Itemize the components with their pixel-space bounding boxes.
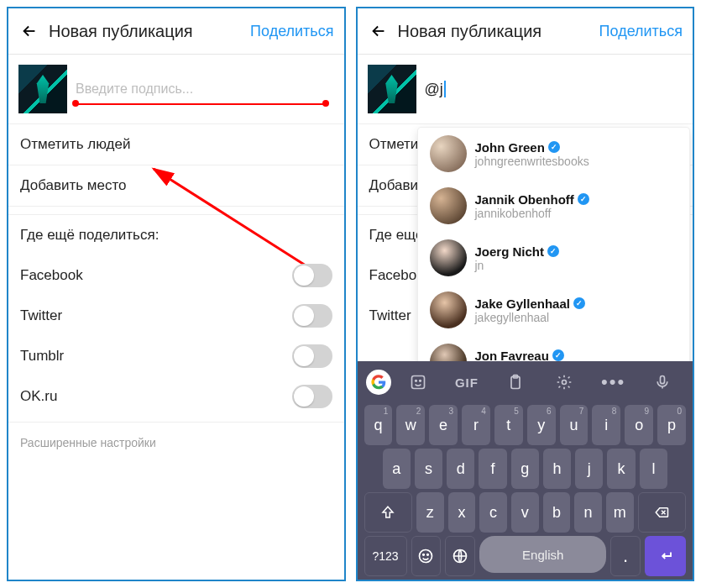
add-place-row[interactable]: Добавить место — [8, 165, 344, 207]
svg-point-3 — [419, 381, 421, 382]
shift-key[interactable] — [364, 492, 412, 533]
back-button[interactable] — [368, 20, 390, 42]
enter-key[interactable] — [645, 536, 686, 576]
annotation-dot-left — [72, 100, 79, 107]
mention-handle: johngreenwritesbooks — [475, 155, 589, 168]
keyboard-row-bottom: ?123 English . — [361, 536, 690, 576]
backspace-key[interactable] — [638, 492, 686, 533]
toggle-okru[interactable] — [292, 385, 332, 408]
svg-point-8 — [420, 550, 432, 563]
key-e[interactable]: e3 — [429, 405, 458, 445]
clipboard-icon[interactable] — [494, 374, 537, 391]
toggle-twitter[interactable] — [292, 304, 332, 328]
verified-icon: ✓ — [552, 349, 564, 361]
mention-item[interactable]: Joerg Nicht✓ jn — [418, 232, 690, 284]
avatar — [430, 135, 467, 172]
toggle-facebook[interactable] — [292, 264, 332, 287]
back-button[interactable] — [18, 20, 40, 42]
keyboard: GIF ••• q1w2e3r4t5y6u7i8o9p0 asdfghjkl z… — [358, 361, 693, 580]
google-icon[interactable] — [366, 370, 391, 395]
caption-row: @j — [358, 55, 693, 124]
mention-name: John Green — [475, 140, 545, 155]
avatar — [430, 187, 467, 224]
page-title: Новая публикация — [49, 22, 242, 41]
key-d[interactable]: d — [447, 449, 474, 489]
key-z[interactable]: z — [416, 492, 444, 533]
post-thumbnail[interactable] — [18, 65, 67, 113]
share-section-label: Где ещё поделиться: — [8, 215, 344, 255]
mention-handle: jannikobenhoff — [475, 207, 589, 220]
mode-key[interactable]: ?123 — [364, 536, 407, 576]
key-k[interactable]: k — [607, 449, 635, 489]
share-button[interactable]: Поделиться — [599, 23, 683, 40]
mention-item[interactable]: Jannik Obenhoff✓ jannikobenhoff — [418, 180, 690, 232]
space-key[interactable]: English — [479, 536, 606, 573]
verified-icon: ✓ — [548, 141, 560, 153]
settings-icon[interactable] — [542, 374, 586, 391]
share-facebook: Facebook — [8, 255, 344, 296]
svg-point-10 — [427, 554, 429, 556]
key-l[interactable]: l — [640, 449, 667, 489]
mention-item[interactable]: John Green✓ johngreenwritesbooks — [418, 128, 690, 180]
phone-left: Новая публикация Поделиться Отметить люд… — [7, 7, 346, 581]
emoji-key[interactable] — [411, 536, 442, 576]
mention-name: Jake Gyllenhaal — [475, 297, 570, 311]
key-t[interactable]: t5 — [494, 405, 523, 445]
more-icon[interactable]: ••• — [592, 371, 636, 393]
key-y[interactable]: y6 — [527, 405, 556, 445]
key-u[interactable]: u7 — [560, 405, 589, 445]
network-label: Tumblr — [20, 348, 64, 365]
post-thumbnail[interactable] — [368, 65, 416, 113]
keyboard-row-3: zxcvbnm — [361, 492, 690, 533]
mic-icon[interactable] — [641, 374, 684, 391]
verified-icon: ✓ — [573, 297, 585, 309]
sticker-icon[interactable] — [396, 374, 440, 391]
advanced-settings-row[interactable]: Расширенные настройки — [8, 422, 344, 463]
share-button[interactable]: Поделиться — [250, 23, 333, 40]
svg-rect-7 — [660, 376, 664, 384]
key-a[interactable]: a — [383, 449, 411, 489]
key-o[interactable]: o9 — [625, 405, 653, 445]
tag-people-row[interactable]: Отметить людей — [8, 124, 344, 165]
mention-item[interactable]: Jake Gyllenhaal✓ jakegyllenhaal — [418, 284, 690, 336]
svg-point-2 — [415, 381, 416, 382]
mention-suggestions: John Green✓ johngreenwritesbooks Jannik … — [418, 128, 690, 388]
verified-icon: ✓ — [578, 193, 589, 205]
key-i[interactable]: i8 — [592, 405, 620, 445]
period-key[interactable]: . — [610, 536, 641, 576]
share-tumblr: Tumblr — [8, 336, 344, 376]
key-g[interactable]: g — [511, 449, 539, 489]
key-r[interactable]: r4 — [462, 405, 490, 445]
key-h[interactable]: h — [543, 449, 571, 489]
annotation-underline — [76, 103, 326, 105]
toggle-tumblr[interactable] — [292, 344, 332, 368]
page-title: Новая публикация — [398, 22, 591, 41]
key-x[interactable]: x — [448, 492, 476, 533]
key-p[interactable]: p0 — [657, 405, 686, 445]
avatar — [430, 291, 467, 328]
verified-icon: ✓ — [547, 245, 559, 257]
key-j[interactable]: j — [575, 449, 603, 489]
key-n[interactable]: n — [574, 492, 602, 533]
svg-rect-1 — [411, 376, 424, 389]
key-s[interactable]: s — [415, 449, 442, 489]
key-c[interactable]: c — [479, 492, 507, 533]
key-w[interactable]: w2 — [396, 405, 425, 445]
gif-icon[interactable]: GIF — [445, 375, 489, 390]
caption-input[interactable] — [76, 81, 243, 97]
caption-input[interactable]: @j — [425, 81, 446, 98]
key-b[interactable]: b — [543, 492, 571, 533]
language-key[interactable] — [445, 536, 475, 576]
header: Новая публикация Поделиться — [8, 8, 344, 55]
key-f[interactable]: f — [479, 449, 506, 489]
phone-right: Новая публикация Поделиться @j Отметить … — [356, 7, 695, 581]
header: Новая публикация Поделиться — [358, 8, 693, 55]
keyboard-toolbar: GIF ••• — [361, 366, 690, 402]
caption-row — [8, 55, 344, 124]
key-v[interactable]: v — [511, 492, 539, 533]
key-q[interactable]: q1 — [364, 405, 393, 445]
text-cursor — [444, 81, 446, 97]
mention-name: Jannik Obenhoff — [475, 192, 574, 207]
network-label: Facebook — [20, 267, 83, 284]
key-m[interactable]: m — [606, 492, 634, 533]
